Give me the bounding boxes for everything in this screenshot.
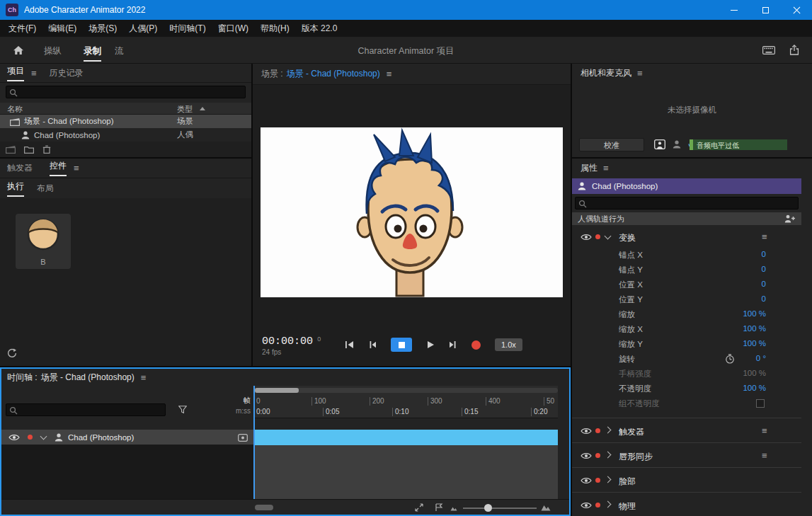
menu-item-puppet[interactable]: 人偶(P) <box>129 23 157 35</box>
behavior-menu-icon[interactable]: ≡ <box>762 426 767 435</box>
behavior-face-row[interactable]: 脸部 <box>572 467 801 492</box>
behavior-menu-icon[interactable]: ≡ <box>762 451 767 460</box>
calibrate-button[interactable]: 校准 <box>579 138 644 151</box>
takes-filter-icon[interactable] <box>178 406 187 413</box>
eye-icon[interactable] <box>581 452 592 459</box>
chevron-right-icon[interactable] <box>605 427 612 434</box>
project-row-scene[interactable]: 场景 - Chad (Photoshop) 场景 <box>0 115 251 128</box>
zoom-slider-knob[interactable] <box>484 504 492 512</box>
menu-item-timeline[interactable]: 时间轴(T) <box>169 23 205 35</box>
property-value[interactable]: 0 <box>692 294 766 303</box>
behavior-triggers-row[interactable]: 触发器 ≡ <box>572 418 801 442</box>
tab-project[interactable]: 项目 <box>7 65 24 81</box>
eye-icon[interactable] <box>581 428 592 435</box>
arm-for-record-dot[interactable] <box>595 478 600 483</box>
new-folder-icon[interactable] <box>24 146 34 154</box>
horizontal-scrollbar-handle[interactable] <box>255 505 273 510</box>
arm-for-record-dot[interactable] <box>595 234 600 239</box>
close-button[interactable] <box>781 0 812 20</box>
scene-canvas[interactable] <box>261 127 563 297</box>
chevron-down-icon[interactable] <box>605 233 612 240</box>
add-behavior-icon[interactable] <box>784 214 796 223</box>
snap-icon[interactable] <box>435 503 443 512</box>
webcam-icon[interactable] <box>654 139 665 149</box>
property-value[interactable]: 100 % <box>692 339 766 348</box>
column-type[interactable]: 类型 <box>177 104 193 115</box>
stop-button[interactable] <box>391 338 412 352</box>
keyboard-shortcuts-icon[interactable] <box>762 46 775 55</box>
arm-for-record-dot[interactable] <box>595 453 600 458</box>
column-name[interactable]: 名称 <box>7 104 23 115</box>
fit-timeline-icon[interactable] <box>415 503 423 512</box>
behavior-menu-icon[interactable]: ≡ <box>762 232 767 241</box>
camera-panel-menu-icon[interactable]: ≡ <box>637 69 643 78</box>
scene-panel-menu-icon[interactable]: ≡ <box>387 69 392 79</box>
subtab-layout[interactable]: 布局 <box>37 183 54 195</box>
timeline-navigator[interactable] <box>253 388 558 393</box>
timeline-search-input[interactable] <box>6 403 166 416</box>
chevron-right-icon[interactable] <box>605 452 612 459</box>
tab-controls[interactable]: 控件 <box>50 160 67 176</box>
chevron-right-icon[interactable] <box>605 476 612 483</box>
tab-triggers[interactable]: 触发器 <box>7 162 33 174</box>
play-button[interactable] <box>426 340 435 349</box>
group-opacity-checkbox[interactable] <box>756 399 765 408</box>
arm-for-record-dot[interactable] <box>595 428 600 433</box>
property-value[interactable]: 100 % <box>692 384 766 392</box>
timeline-ruler[interactable]: 0 100 200 300 400 50 0:00 0:05 0:10 0:15… <box>253 386 558 418</box>
timeline-panel-menu-icon[interactable]: ≡ <box>141 373 147 382</box>
eye-icon[interactable] <box>8 434 20 441</box>
controls-panel-menu-icon[interactable]: ≡ <box>74 164 79 173</box>
playhead[interactable] <box>253 386 255 499</box>
arm-for-record-dot[interactable] <box>595 503 600 508</box>
trigger-swatch[interactable]: B <box>16 214 71 269</box>
project-search-input[interactable] <box>6 86 246 98</box>
property-value[interactable]: 0 ° <box>692 354 766 362</box>
minimize-button[interactable] <box>719 0 750 20</box>
project-panel-menu-icon[interactable]: ≡ <box>31 69 37 78</box>
go-to-start-button[interactable] <box>345 340 354 349</box>
record-button[interactable] <box>471 340 481 350</box>
arm-for-record-dot[interactable] <box>28 435 33 440</box>
refresh-icon[interactable] <box>7 348 17 358</box>
menu-item-version[interactable]: 版本 22.0 <box>302 23 338 35</box>
menu-item-help[interactable]: 帮助(H) <box>261 23 290 35</box>
track-take-bar[interactable] <box>253 430 558 445</box>
next-frame-button[interactable] <box>449 340 457 349</box>
eye-icon[interactable] <box>581 502 592 509</box>
property-value[interactable]: 0 <box>692 250 766 258</box>
subtab-perform[interactable]: 执行 <box>7 180 24 197</box>
timeline-track-header[interactable]: Chad (Photoshop) <box>1 430 253 445</box>
export-share-icon[interactable] <box>789 45 799 55</box>
chevron-down-icon[interactable] <box>40 432 47 440</box>
maximize-button[interactable] <box>750 0 781 20</box>
behavior-physics-row[interactable]: 物理 <box>572 492 801 516</box>
property-value[interactable]: 100 % <box>692 324 766 333</box>
tab-history[interactable]: 历史记录 <box>50 67 84 79</box>
previous-frame-button[interactable] <box>368 340 377 349</box>
zoom-out-icon[interactable] <box>450 505 457 511</box>
property-value[interactable]: 100 % <box>692 309 766 318</box>
menu-item-window[interactable]: 窗口(W) <box>218 23 248 35</box>
body-tracker-icon[interactable] <box>673 140 681 149</box>
menu-item-edit[interactable]: 编辑(E) <box>48 23 76 35</box>
chevron-right-icon[interactable] <box>605 501 612 508</box>
eye-icon[interactable] <box>581 477 592 484</box>
delete-icon[interactable] <box>42 145 51 154</box>
behavior-lipsync-row[interactable]: 唇形同步 ≡ <box>572 442 801 467</box>
behavior-transform-row[interactable]: 变换 ≡ <box>572 228 801 246</box>
properties-search-input[interactable] <box>575 197 799 210</box>
property-value[interactable]: 0 <box>692 280 766 288</box>
zoom-slider-track[interactable] <box>463 508 537 509</box>
zoom-in-icon[interactable] <box>541 504 551 511</box>
menu-item-scene[interactable]: 场景(S) <box>88 23 117 35</box>
timecode-display[interactable]: 00:00:00 <box>262 336 313 348</box>
new-scene-icon[interactable] <box>6 145 16 154</box>
menu-item-file[interactable]: 文件(F) <box>8 23 36 35</box>
project-row-puppet[interactable]: Chad (Photoshop) 人偶 <box>0 128 251 142</box>
selected-puppet-row[interactable]: Chad (Photoshop) <box>572 178 801 194</box>
navigator-handle[interactable] <box>255 388 299 393</box>
properties-panel-menu-icon[interactable]: ≡ <box>603 164 609 173</box>
property-value[interactable]: 0 <box>692 265 766 273</box>
track-options-icon[interactable] <box>238 434 248 442</box>
